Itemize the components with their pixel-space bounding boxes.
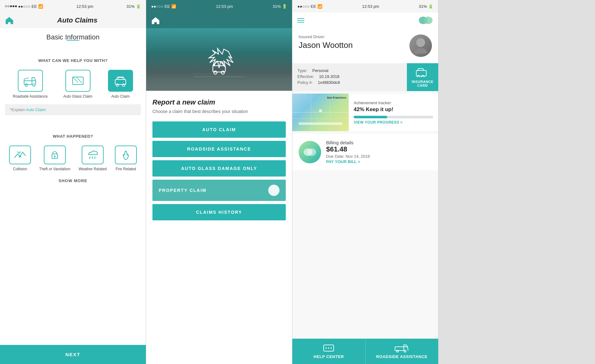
theft-icon	[48, 149, 62, 161]
pay-bill-link[interactable]: PAY YOUR BILL >	[326, 159, 370, 164]
toggle-circle[interactable]	[268, 185, 280, 196]
property-claim-btn[interactable]: PROPERTY CLAIM	[152, 180, 286, 201]
roadside-tow-icon	[394, 344, 409, 352]
roadside-assist-label: ROADSIDE ASSISTANCE	[376, 354, 428, 359]
autoglass-option[interactable]: Auto Glass Claim	[63, 70, 92, 99]
roadside-claim-btn[interactable]: ROADSIDE ASSISTANCE	[152, 141, 286, 157]
policy-effective-row: Effective: 10.19.2018	[297, 74, 402, 79]
time-3: 12:53 pm	[362, 4, 379, 9]
fire-icon	[119, 149, 133, 161]
collision-label: Collision	[13, 167, 27, 172]
time-2: 12:53 pm	[216, 4, 233, 9]
wifi-icon-1: 📶	[38, 4, 43, 9]
roadside-label: Roadside Assistance	[13, 94, 48, 99]
what-happened-title: WHAT HAPPENED?	[5, 128, 141, 143]
help-center-btn[interactable]: HELP CENTER	[292, 339, 366, 364]
hero-image	[146, 28, 292, 91]
svg-point-24	[221, 71, 224, 74]
status-bar-1: ●●○○○ EE 📶 12:53 pm 31% 🔋	[0, 0, 146, 13]
carrier-label-1: ●●○○○ EE	[18, 4, 37, 9]
phone-screen-3: ●●○○○ EE 📶 12:53 pm 31% 🔋 Insured Driver…	[292, 0, 439, 364]
billing-amount: $61.48	[326, 145, 370, 153]
map-achievement-section: San Francisco Achievement tracker: 42% K…	[292, 94, 438, 131]
explain-text: *Explain	[10, 107, 26, 112]
explain-link[interactable]: Auto Claim	[26, 107, 46, 112]
achievement-section: Achievement tracker: 42% Keep it up! VIE…	[349, 94, 438, 131]
explain-bar: *Explain Auto Claim	[5, 104, 141, 115]
auto-claim-btn[interactable]: AUTO CLAIM	[152, 121, 286, 138]
collision-option[interactable]: Collision	[9, 146, 31, 172]
battery-3: 31%	[419, 4, 427, 9]
home-icon-1[interactable]	[5, 16, 14, 25]
progress-bar-container	[354, 116, 433, 118]
roadside-option[interactable]: Roadside Assistance	[13, 70, 48, 99]
battery-icon-3: 🔋	[428, 4, 433, 9]
policy-type-row: Type: Personal	[297, 68, 402, 73]
help-section-title: WHAT CAN WE HELP YOU WITH?	[5, 52, 141, 67]
property-claim-label: PROPERTY CLAIM	[159, 188, 207, 193]
help-center-label: HELP CENTER	[314, 354, 344, 359]
glass-claim-btn[interactable]: AUTO GLASS DAMAGE ONLY	[152, 160, 286, 177]
driver-name: Jason Wootton	[299, 40, 353, 50]
type-value: Personal	[312, 68, 328, 73]
billing-section: Billing details $61.48 Due Date: Nov 14,…	[292, 134, 438, 170]
event-options: Collision Theft or Vandalism	[5, 143, 141, 174]
report-title: Report a new claim	[152, 98, 286, 106]
autoclaim-option[interactable]: Auto Claim	[108, 70, 133, 99]
next-button[interactable]: NEXT	[0, 345, 146, 364]
svg-rect-28	[416, 70, 426, 76]
avatar-image	[413, 36, 428, 55]
progress-bar-fill	[354, 116, 387, 118]
insurance-card-label: INSURANCE CARD	[411, 80, 434, 87]
time-1: 12:53 pm	[76, 4, 93, 9]
weather-icon	[85, 149, 100, 161]
billing-due: Due Date: Nov 14, 2018	[326, 154, 370, 159]
autoglass-icon-box	[65, 70, 90, 92]
svg-line-44	[408, 347, 408, 351]
svg-point-42	[331, 347, 332, 349]
svg-line-18	[92, 156, 93, 159]
report-subtitle: Choose a claim that best describes your …	[152, 109, 286, 114]
view-progress-link[interactable]: VIEW YOUR PROGRESS >	[354, 120, 433, 125]
nav-bar-2	[146, 13, 292, 28]
billing-info: Billing details $61.48 Due Date: Nov 14,…	[326, 140, 370, 164]
help-center-icon	[322, 344, 335, 352]
billing-title: Billing details	[326, 140, 370, 145]
hamburger-line	[297, 20, 304, 21]
roadside-icon-box	[18, 70, 43, 92]
status-bar-3: ●●○○○ EE 📶 12:53 pm 31% 🔋	[292, 0, 438, 13]
theft-option[interactable]: Theft or Vandalism	[39, 146, 70, 172]
svg-point-38	[307, 148, 316, 156]
svg-point-26	[424, 17, 433, 24]
nav-bar-3	[292, 13, 438, 28]
basic-info-header: Basic Information	[0, 28, 146, 41]
fire-option[interactable]: Fire Related	[115, 146, 137, 172]
help-section: WHAT CAN WE HELP YOU WITH?	[0, 47, 146, 120]
car-icon	[113, 74, 128, 87]
hamburger-menu[interactable]	[297, 18, 304, 23]
weather-option[interactable]: Weather Related	[79, 146, 107, 172]
achievement-title: Achievement tracker:	[354, 100, 433, 105]
battery-icon-1: 🔋	[136, 4, 141, 9]
status-bar-right-3: 31% 🔋	[419, 4, 433, 9]
insurance-card-button[interactable]: INSURANCE CARD	[407, 63, 438, 91]
show-more-btn[interactable]: SHOW MORE	[5, 174, 141, 187]
policy-number-row: Policy #: 1x49830dc8	[297, 80, 402, 85]
map-lines	[292, 94, 349, 131]
map-section: San Francisco	[292, 94, 349, 131]
battery-2: 31%	[273, 4, 281, 9]
roadside-assist-btn[interactable]: ROADSIDE ASSISTANCE	[366, 339, 439, 364]
status-bar-2: ●●○○○ EE 📶 12:53 pm 31% 🔋	[146, 0, 292, 13]
policy-value: 1x49830dc8	[318, 80, 340, 85]
crash-illustration	[188, 39, 250, 80]
billing-brand-icon	[302, 145, 317, 160]
svg-point-46	[404, 350, 406, 352]
svg-point-40	[326, 347, 327, 349]
claims-history-btn[interactable]: CLAIMS HISTORY	[152, 204, 286, 220]
signal-dots-1	[5, 5, 17, 7]
phone-screen-1: ●●○○○ EE 📶 12:53 pm 31% 🔋 Auto Claims Ba…	[0, 0, 146, 364]
nav-bar-1: Auto Claims	[0, 13, 146, 28]
svg-point-45	[397, 350, 398, 352]
signal-dot	[10, 5, 12, 7]
home-icon-2[interactable]	[151, 16, 160, 25]
